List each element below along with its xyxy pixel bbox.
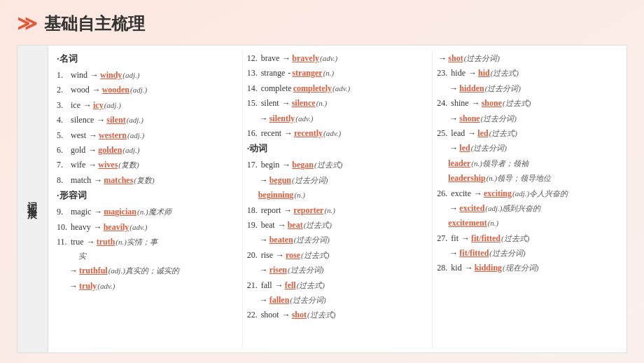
column-2: 12. brave → bravely (adv.) 13. strange -… — [243, 51, 433, 347]
list-item: 实 — [57, 249, 238, 263]
list-item: 17. begin → began (过去式) — [247, 158, 428, 172]
double-arrow-icon: ≫ — [17, 14, 37, 34]
list-item: 19. beat → beat (过去式) — [247, 218, 428, 232]
list-item: → silently (adv.) — [247, 111, 428, 125]
page: ≫ 基础自主梳理 词汇拓展 ·名词 1. wind → windy (adj.)… — [0, 0, 644, 363]
column-3: → shot (过去分词) 23. hide → hid (过去式) → hid… — [433, 51, 622, 347]
list-item: 18. report → reporter (n.) — [247, 203, 428, 217]
list-item: → fallen (过去分词) — [247, 293, 428, 307]
list-item: 27. fit → fit/fitted (过去式) — [437, 231, 618, 245]
list-item: → shot (过去分词) — [437, 51, 618, 65]
list-item: 26. excite → exciting (adj.)令人兴奋的 — [437, 186, 618, 200]
list-item: 6. gold → golden (adj.) — [57, 143, 238, 157]
list-item: 23. hide → hid (过去式) — [437, 66, 618, 80]
list-item: 20. rise → rose (过去式) — [247, 248, 428, 262]
list-item: 16. recent → recently (adv.) — [247, 126, 428, 140]
list-item: → shone (过去分词) — [437, 111, 618, 125]
list-item: → hidden (过去分词) — [437, 81, 618, 95]
header-arrows: ≫ — [17, 14, 37, 34]
list-item: beginning (n.) — [247, 188, 428, 202]
list-item: 7. wife → wives (复数) — [57, 158, 238, 172]
list-item: → risen (过去分词) — [247, 263, 428, 277]
list-item: 2. wood → wooden (adj.) — [57, 83, 238, 97]
list-item: 24. shine → shone (过去式) — [437, 96, 618, 110]
list-item: 28. kid → kidding (现在分词) — [437, 261, 618, 275]
list-item: → excited (adj.)感到兴奋的 — [437, 201, 618, 215]
list-item: → truly (adv.) — [57, 279, 238, 293]
list-item: 25. lead → led (过去式) — [437, 126, 618, 140]
list-item: 10. heavy → heavily (adv.) — [57, 220, 238, 234]
list-item: → truthful (adj.)真实的；诚实的 — [57, 263, 238, 278]
list-item: 4. silence → silent (adj.) — [57, 113, 238, 127]
list-item: 8. match → matches (复数) — [57, 173, 238, 187]
list-item: 21. fall → fell (过去式) — [247, 278, 428, 292]
header: ≫ 基础自主梳理 — [17, 13, 627, 35]
list-item: 13. strange - stranger (n.) — [247, 66, 428, 80]
page-title: 基础自主梳理 — [44, 13, 145, 35]
list-item: 12. brave → bravely (adv.) — [247, 51, 428, 65]
list-item: excitement (n.) — [437, 216, 618, 230]
content-box: 词汇拓展 ·名词 1. wind → windy (adj.) 2. wood … — [17, 45, 627, 353]
section-verbs: ·动词 — [247, 141, 428, 156]
section-adj: ·形容词 — [57, 188, 238, 203]
list-item: 1. wind → windy (adj.) — [57, 68, 238, 82]
list-item: leadership (n.)领导；领导地位 — [437, 171, 618, 185]
list-item: 9. magic → magician (n.)魔术师 — [57, 205, 238, 219]
list-item: 14. complete completely (adv.) — [247, 81, 428, 95]
list-item: → fit/fitted (过去分词) — [437, 246, 618, 260]
list-item: 22. shoot → shot (过去式) — [247, 308, 428, 322]
list-item: leader (n.)领导者；领袖 — [437, 156, 618, 170]
list-item: → led (过去分词) — [437, 141, 618, 155]
column-1: ·名词 1. wind → windy (adj.) 2. wood → woo… — [52, 51, 243, 347]
list-item: 3. ice → icy (adj.) — [57, 98, 238, 112]
section-nouns: ·名词 — [57, 51, 238, 67]
content-inner: ·名词 1. wind → windy (adj.) 2. wood → woo… — [48, 46, 626, 352]
list-item: → beaten (过去分词) — [247, 233, 428, 247]
list-item: 5. west → western (adj.) — [57, 128, 238, 142]
left-label: 词汇拓展 — [18, 46, 48, 352]
list-item: 11. true → truth (n.)实情；事 — [57, 235, 238, 249]
list-item: 15. silent → silence (n.) — [247, 96, 428, 110]
list-item: → begun (过去分词) — [247, 173, 428, 187]
